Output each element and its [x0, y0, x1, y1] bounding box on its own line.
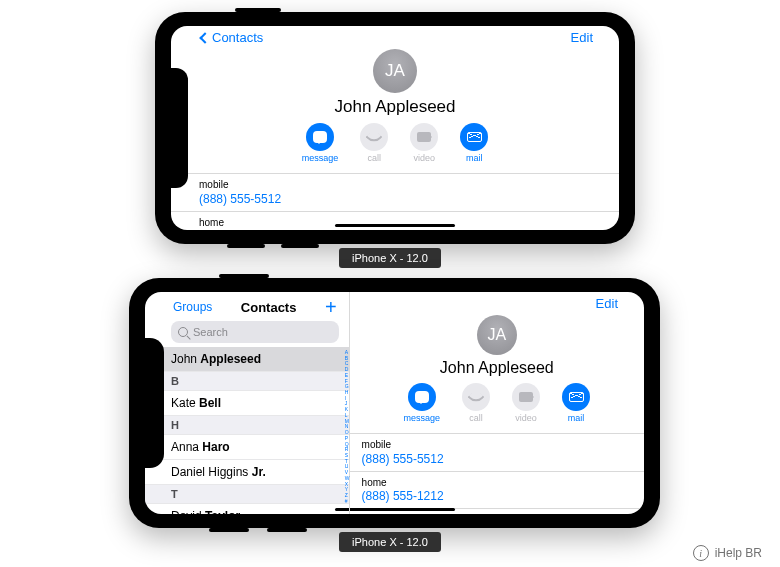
call-icon	[468, 389, 485, 406]
list-item[interactable]: Daniel Higgins Jr.	[145, 460, 349, 485]
back-button[interactable]: Contacts	[201, 30, 263, 45]
chevron-left-icon	[199, 32, 210, 43]
device-notch	[171, 68, 188, 188]
contacts-detail-screen: Contacts Edit JA John Appleseed message …	[171, 26, 619, 230]
attribution: i iHelp BR	[693, 545, 762, 561]
edit-button[interactable]: Edit	[596, 296, 618, 311]
add-contact-button[interactable]: +	[325, 297, 337, 317]
call-button[interactable]: call	[462, 383, 490, 423]
mobile-field[interactable]: mobile(888) 555-5512	[350, 434, 644, 472]
video-button[interactable]: video	[410, 123, 438, 163]
video-icon	[417, 132, 431, 142]
mail-button[interactable]: mail	[562, 383, 590, 423]
video-button[interactable]: video	[512, 383, 540, 423]
search-placeholder: Search	[193, 326, 228, 338]
home-indicator[interactable]	[335, 224, 455, 227]
message-icon	[313, 131, 327, 143]
message-icon	[415, 391, 429, 403]
section-header: B	[145, 372, 349, 391]
avatar[interactable]: JA	[477, 315, 517, 355]
search-input[interactable]: Search	[171, 321, 339, 343]
home-field[interactable]: home(888) 555-1212	[171, 212, 619, 231]
list-item[interactable]: Kate Bell	[145, 391, 349, 416]
list-item[interactable]: John Appleseed	[145, 347, 349, 372]
master-title: Contacts	[241, 300, 297, 315]
mail-button[interactable]: mail	[460, 123, 488, 163]
section-index[interactable]: ABCDEFGHIJKLMNOPQRSTUVWXYZ#	[345, 350, 350, 504]
video-icon	[519, 392, 533, 402]
message-button[interactable]: message	[302, 123, 339, 163]
call-icon	[366, 129, 383, 146]
mail-icon	[569, 392, 584, 402]
edit-button[interactable]: Edit	[571, 30, 593, 45]
info-icon: i	[693, 545, 709, 561]
call-button[interactable]: call	[360, 123, 388, 163]
mail-icon	[467, 132, 482, 142]
device-label-bottom: iPhone X - 12.0	[339, 532, 441, 552]
contacts-split-screen: Groups Contacts + Search John Appleseed …	[145, 292, 644, 514]
section-header: T	[145, 485, 349, 504]
back-label: Contacts	[212, 30, 263, 45]
contact-name: John Appleseed	[335, 97, 456, 117]
mobile-field[interactable]: mobile(888) 555-5512	[171, 174, 619, 212]
avatar[interactable]: JA	[373, 49, 417, 93]
list-item[interactable]: David Taylor	[145, 504, 349, 514]
home-field[interactable]: home(888) 555-1212	[350, 472, 644, 510]
search-icon	[178, 327, 188, 337]
device-notch	[145, 338, 164, 468]
section-header: H	[145, 416, 349, 435]
groups-button[interactable]: Groups	[173, 300, 212, 314]
contact-name: John Appleseed	[440, 359, 554, 377]
list-item[interactable]: Anna Haro	[145, 435, 349, 460]
device-label-top: iPhone X - 12.0	[339, 248, 441, 268]
home-indicator[interactable]	[335, 508, 455, 511]
message-button[interactable]: message	[404, 383, 441, 423]
